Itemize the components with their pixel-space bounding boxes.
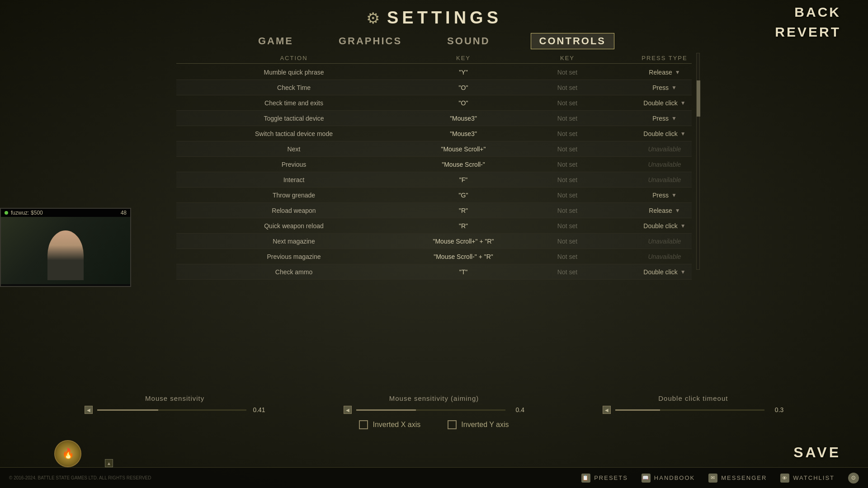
press-type-dropdown[interactable]: ▼ <box>675 207 680 214</box>
press-type-dropdown[interactable]: ▼ <box>680 100 686 106</box>
table-row[interactable]: Check ammo "T" Not set Double click ▼ <box>176 264 692 280</box>
slider-decrease-mouse-sensitivity[interactable]: ◀ <box>85 406 93 414</box>
cell-key2[interactable]: Not set <box>515 204 619 217</box>
slider-track-double-click-timeout[interactable] <box>615 409 764 411</box>
cell-key2[interactable]: Not set <box>515 250 619 263</box>
tab-sound[interactable]: SOUND <box>443 33 494 49</box>
press-type-dropdown[interactable]: ▼ <box>680 223 686 229</box>
cell-press-type[interactable]: Release ▼ <box>619 66 692 79</box>
cell-key1[interactable]: "Mouse3" <box>411 127 515 140</box>
cell-key2[interactable]: Not set <box>515 127 619 140</box>
press-type-dropdown[interactable]: ▼ <box>680 269 686 275</box>
scrollbar-track[interactable] <box>696 53 700 270</box>
cell-key1[interactable]: "R" <box>411 204 515 217</box>
scrollbar-thumb[interactable] <box>697 80 700 117</box>
revert-button[interactable]: REVERT <box>775 24 841 40</box>
table-row[interactable]: Mumble quick phrase "Y" Not set Release … <box>176 65 692 80</box>
table-row[interactable]: Fire Mode "B" Not set Press ▼ <box>176 280 692 282</box>
bottom-nav-messenger[interactable]: ✉ MESSENGER <box>708 474 767 483</box>
cell-key2[interactable]: Not set <box>515 281 619 282</box>
cell-press-type[interactable]: Double click ▼ <box>619 97 692 109</box>
cell-press-type[interactable]: Press ▼ <box>619 281 692 282</box>
cell-key1[interactable]: "O" <box>411 81 515 94</box>
cell-key1[interactable]: "Mouse Scroll+" <box>411 143 515 155</box>
slider-decrease-double-click-timeout[interactable]: ◀ <box>603 406 611 414</box>
cell-press-type[interactable]: Press ▼ <box>619 112 692 125</box>
table-row[interactable]: Previous "Mouse Scroll-" Not set Unavail… <box>176 157 692 172</box>
tab-game[interactable]: GAME <box>254 33 298 49</box>
table-row[interactable]: Check time and exits "O" Not set Double … <box>176 95 692 111</box>
bottom-settings-icon[interactable]: ⚙ <box>848 473 859 483</box>
slider-track-mouse-sensitivity[interactable] <box>97 409 246 411</box>
table-row[interactable]: Next magazine "Mouse Scroll+" + "R" Not … <box>176 234 692 249</box>
cell-key1[interactable]: "Y" <box>411 66 515 79</box>
cell-press-type[interactable]: Release ▼ <box>619 204 692 217</box>
back-button[interactable]: BACK <box>794 5 841 20</box>
cell-key2[interactable]: Not set <box>515 143 619 155</box>
tab-controls[interactable]: CONTROLS <box>531 33 614 49</box>
scroll-up-button[interactable]: ▲ <box>105 459 113 467</box>
cell-key1[interactable]: "G" <box>411 189 515 202</box>
webcam-live-dot <box>5 211 8 215</box>
table-row[interactable]: Next "Mouse Scroll+" Not set Unavailable <box>176 141 692 157</box>
slider-group-double-click-timeout: Double click timeout ◀ 0.3 <box>564 394 823 414</box>
player-avatar[interactable]: 🔥 <box>54 440 81 467</box>
table-row[interactable]: Previous magazine "Mouse Scroll-" + "R" … <box>176 249 692 264</box>
table-row[interactable]: Throw grenade "G" Not set Press ▼ <box>176 188 692 203</box>
cell-key1[interactable]: "Mouse3" <box>411 112 515 125</box>
cell-key1[interactable]: "Mouse Scroll-" + "R" <box>411 250 515 263</box>
cell-press-type[interactable]: Double click ▼ <box>619 220 692 232</box>
checkbox-box-x[interactable] <box>359 420 368 429</box>
cell-press-type[interactable]: Double click ▼ <box>619 266 692 278</box>
checkbox-inverted-y[interactable]: Inverted Y axis <box>448 420 509 429</box>
cell-press-type[interactable]: Press ▼ <box>619 81 692 94</box>
cell-key2[interactable]: Not set <box>515 235 619 248</box>
bottom-nav-presets[interactable]: 📋 PRESETS <box>581 474 628 483</box>
cell-key1[interactable]: "F" <box>411 174 515 186</box>
cell-key2[interactable]: Not set <box>515 97 619 109</box>
press-type-label: Unavailable <box>648 176 681 183</box>
press-type-dropdown[interactable]: ▼ <box>680 131 686 137</box>
webcam-bar: fuzwuz: $500 48 <box>1 209 130 217</box>
press-type-dropdown[interactable]: ▼ <box>671 84 677 91</box>
cell-key2[interactable]: Not set <box>515 220 619 232</box>
cell-key1[interactable]: "Mouse Scroll+" + "R" <box>411 235 515 248</box>
table-row[interactable]: Switch tactical device mode "Mouse3" Not… <box>176 126 692 141</box>
bottom-nav-handbook[interactable]: 📖 HANDBOOK <box>642 474 695 483</box>
slider-decrease-mouse-sensitivity-aiming[interactable]: ◀ <box>344 406 352 414</box>
press-type-dropdown[interactable]: ▼ <box>671 115 677 122</box>
table-row[interactable]: Interact "F" Not set Unavailable <box>176 172 692 188</box>
cell-key2[interactable]: Not set <box>515 189 619 202</box>
cell-key2[interactable]: Not set <box>515 266 619 278</box>
cell-action: Toggle tactical device <box>176 112 411 125</box>
press-type-dropdown[interactable]: ▼ <box>675 69 680 75</box>
table-row[interactable]: Reload weapon "R" Not set Release ▼ <box>176 203 692 218</box>
checkbox-inverted-x[interactable]: Inverted X axis <box>359 420 420 429</box>
cell-press-type[interactable]: Press ▼ <box>619 189 692 202</box>
table-row[interactable]: Check Time "O" Not set Press ▼ <box>176 80 692 95</box>
slider-value-double-click-timeout: 0.3 <box>769 406 783 413</box>
cell-key1[interactable]: "O" <box>411 97 515 109</box>
cell-key2[interactable]: Not set <box>515 81 619 94</box>
checkbox-box-y[interactable] <box>448 420 457 429</box>
save-button[interactable]: SAVE <box>793 444 841 461</box>
cell-key2[interactable]: Not set <box>515 158 619 171</box>
cell-action: Previous magazine <box>176 250 411 263</box>
cell-press-type: Unavailable <box>619 235 692 248</box>
tabs-bar: GAME GRAPHICS SOUND CONTROLS <box>0 33 868 49</box>
cell-key1[interactable]: "B" <box>411 281 515 282</box>
slider-group-mouse-sensitivity: Mouse sensitivity ◀ 0.41 <box>45 394 304 414</box>
cell-press-type[interactable]: Double click ▼ <box>619 127 692 140</box>
cell-key1[interactable]: "R" <box>411 220 515 232</box>
press-type-dropdown[interactable]: ▼ <box>671 192 677 198</box>
slider-track-mouse-sensitivity-aiming[interactable] <box>356 409 505 411</box>
cell-key2[interactable]: Not set <box>515 66 619 79</box>
tab-graphics[interactable]: GRAPHICS <box>334 33 406 49</box>
table-row[interactable]: Toggle tactical device "Mouse3" Not set … <box>176 111 692 126</box>
bottom-nav-watchlist[interactable]: 👁 WATCHLIST <box>780 474 835 483</box>
cell-key1[interactable]: "Mouse Scroll-" <box>411 158 515 171</box>
table-row[interactable]: Quick weapon reload "R" Not set Double c… <box>176 218 692 234</box>
cell-key1[interactable]: "T" <box>411 266 515 278</box>
cell-key2[interactable]: Not set <box>515 174 619 186</box>
cell-key2[interactable]: Not set <box>515 112 619 125</box>
